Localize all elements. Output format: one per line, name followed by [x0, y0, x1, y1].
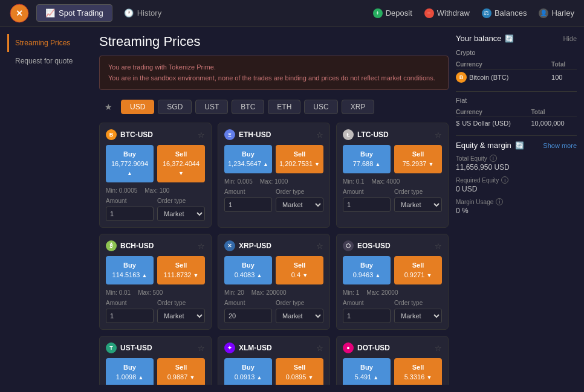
sell-price-ltc-usd: 75.2937 ▼: [397, 159, 440, 169]
order-type-label-btc-usd: Order type: [157, 198, 205, 204]
favorite-filter-button[interactable]: ★: [99, 98, 117, 115]
min-label-eos-usd: Min: 1: [343, 289, 359, 296]
sell-button-ltc-usd[interactable]: Sell 75.2937 ▼: [394, 145, 442, 173]
amount-input-eos-usd[interactable]: [343, 309, 391, 323]
tab-history[interactable]: 🕐 History: [115, 4, 170, 22]
max-label-xrp-usd: Max: 200000: [251, 289, 287, 296]
card-header-btc-usd: B BTC-USD ☆: [106, 129, 205, 140]
amount-input-bch-usd[interactable]: [106, 309, 154, 323]
sell-button-eth-usd[interactable]: Sell 1,202.7531 ▼: [276, 145, 323, 173]
currency-btn-usd[interactable]: USD: [121, 100, 154, 114]
margin-usage-info-icon[interactable]: i: [496, 198, 503, 205]
buy-price-eth-usd: 1,234.5647 ▲: [227, 159, 270, 169]
favorite-card-dot-usd[interactable]: ☆: [435, 344, 442, 353]
max-label-ltc-usd: Max: 4000: [372, 178, 400, 185]
sidebar-item-request-for-quote[interactable]: Request for quote: [7, 52, 92, 70]
order-type-select-bch-usd[interactable]: Market Limit Stop: [157, 309, 205, 323]
card-header-ust-usd: T UST-USD ☆: [106, 342, 205, 353]
amount-label-eth-usd: Amount: [224, 188, 272, 195]
withdraw-label: Withdraw: [437, 8, 470, 18]
left-sidebar: Streaming Prices Request for quote: [7, 34, 92, 385]
currency-btn-usc[interactable]: USC: [304, 100, 337, 114]
sell-price-btc-usd: 16,372.4044 ▼: [160, 159, 203, 178]
order-type-label-xrp-usd: Order type: [276, 300, 323, 306]
buy-button-xrp-usd[interactable]: Buy 0.4083 ▲: [224, 256, 272, 284]
buy-button-eos-usd[interactable]: Buy 0.9463 ▲: [343, 256, 391, 284]
equity-refresh-icon[interactable]: 🔄: [515, 141, 524, 150]
btc-balance-row: B Bitcoin (BTC) 100: [456, 69, 577, 86]
equity-header: Equity & margin 🔄 Show more: [456, 141, 577, 150]
tab-spot-trading[interactable]: 📈 Spot Trading: [36, 4, 112, 22]
buy-button-ltc-usd[interactable]: Buy 77.688 ▲: [343, 145, 391, 173]
favorite-card-xlm-usd[interactable]: ☆: [316, 344, 323, 353]
currency-btn-btc[interactable]: BTC: [232, 100, 264, 114]
sidebar-item-streaming-prices[interactable]: Streaming Prices: [7, 34, 92, 52]
sell-button-dot-usd[interactable]: Sell 5.3316 ▼: [394, 358, 442, 385]
withdraw-action[interactable]: − Withdraw: [424, 8, 470, 18]
fiat-section-label: Fiat: [456, 97, 577, 104]
required-equity-info-icon[interactable]: i: [501, 176, 508, 184]
amount-input-eth-usd[interactable]: [224, 198, 272, 212]
show-more-button[interactable]: Show more: [543, 142, 577, 149]
favorite-card-xrp-usd[interactable]: ☆: [316, 242, 323, 251]
total-equity-info-icon[interactable]: i: [490, 155, 497, 162]
balance-refresh-icon[interactable]: 🔄: [505, 34, 514, 43]
total-equity-label: Total Equity: [456, 155, 487, 162]
order-type-select-eth-usd[interactable]: Market Limit Stop: [276, 198, 323, 212]
amount-input-ltc-usd[interactable]: [343, 198, 391, 212]
sell-button-bch-usd[interactable]: Sell 111.8732 ▼: [157, 256, 205, 284]
card-header-eth-usd: Ξ ETH-USD ☆: [224, 129, 323, 140]
currency-btn-xrp[interactable]: XRP: [342, 100, 375, 114]
usd-balance-row: $ US Dollar (USD) 10,000,000: [456, 117, 577, 130]
total-col-header: Total: [551, 60, 577, 69]
order-type-select-eos-usd[interactable]: Market Limit Stop: [394, 309, 442, 323]
buy-button-bch-usd[interactable]: Buy 114.5163 ▲: [106, 256, 154, 284]
currency-btn-eth[interactable]: ETH: [268, 100, 300, 114]
card-info-row-ltc-usd: Min: 0.1 Max: 4000: [343, 178, 442, 185]
buy-button-ust-usd[interactable]: Buy 1.0098 ▲: [106, 358, 154, 385]
card-pair-ltc-usd: Ł LTC-USD: [343, 129, 389, 140]
buy-button-xlm-usd[interactable]: Buy 0.0913 ▲: [224, 358, 272, 385]
buy-button-dot-usd[interactable]: Buy 5.491 ▲: [343, 358, 391, 385]
min-label-bch-usd: Min: 0.01: [106, 289, 131, 296]
favorite-card-eos-usd[interactable]: ☆: [435, 242, 442, 251]
card-pair-eos-usd: ⬡ EOS-USD: [343, 240, 391, 251]
amount-label-btc-usd: Amount: [106, 198, 154, 204]
amount-input-btc-usd[interactable]: [106, 207, 154, 221]
balances-action[interactable]: ⚖ Balances: [482, 8, 527, 18]
order-type-select-xrp-usd[interactable]: Market Limit Stop: [276, 309, 323, 323]
buy-price-bch-usd: 114.5163 ▲: [108, 271, 151, 280]
buy-sell-row-ust-usd: Buy 1.0098 ▲ Sell 0.9887 ▼: [106, 358, 205, 385]
order-type-select-ltc-usd[interactable]: Market Limit Stop: [394, 198, 442, 212]
user-action[interactable]: 👤 Harley: [539, 8, 574, 18]
fiat-currency-col: Currency: [456, 108, 531, 117]
card-inputs-ltc-usd: Market Limit Stop: [343, 198, 442, 212]
favorite-card-eth-usd[interactable]: ☆: [316, 130, 323, 140]
favorite-card-ust-usd[interactable]: ☆: [198, 344, 205, 353]
sell-button-xlm-usd[interactable]: Sell 0.0895 ▼: [276, 358, 323, 385]
sell-button-eos-usd[interactable]: Sell 0.9271 ▼: [394, 256, 442, 284]
favorite-card-bch-usd[interactable]: ☆: [198, 242, 205, 251]
currency-btn-ust[interactable]: UST: [195, 100, 228, 114]
deposit-action[interactable]: + Deposit: [373, 8, 412, 18]
hide-balance-button[interactable]: Hide: [563, 35, 577, 42]
card-info-row-btc-usd: Min: 0.0005 Max: 100: [106, 187, 205, 194]
buy-price-xrp-usd: 0.4083 ▲: [227, 271, 270, 280]
order-type-label-eth-usd: Order type: [276, 188, 323, 195]
amount-input-xrp-usd[interactable]: [224, 309, 272, 323]
currency-btn-sgd[interactable]: SGD: [158, 100, 192, 114]
sell-button-ust-usd[interactable]: Sell 0.9887 ▼: [157, 358, 205, 385]
sell-price-eos-usd: 0.9271 ▼: [397, 271, 440, 280]
card-info-row-eos-usd: Min: 1 Max: 20000: [343, 289, 442, 296]
order-type-select-btc-usd[interactable]: Market Limit Stop: [157, 207, 205, 221]
sell-button-btc-usd[interactable]: Sell 16,372.4044 ▼: [157, 145, 205, 182]
favorite-card-ltc-usd[interactable]: ☆: [435, 130, 442, 140]
max-label-eth-usd: Max: 1000: [260, 178, 288, 185]
buy-button-btc-usd[interactable]: Buy 16,772.9094 ▲: [106, 145, 154, 182]
favorite-card-btc-usd[interactable]: ☆: [198, 130, 205, 140]
buy-button-eth-usd[interactable]: Buy 1,234.5647 ▲: [224, 145, 272, 173]
buy-sell-row-xrp-usd: Buy 0.4083 ▲ Sell 0.4 ▼: [224, 256, 323, 284]
card-inputs-eth-usd: Market Limit Stop: [224, 198, 323, 212]
total-equity-value: 11,656,950 USD: [456, 163, 577, 172]
sell-button-xrp-usd[interactable]: Sell 0.4 ▼: [276, 256, 323, 284]
